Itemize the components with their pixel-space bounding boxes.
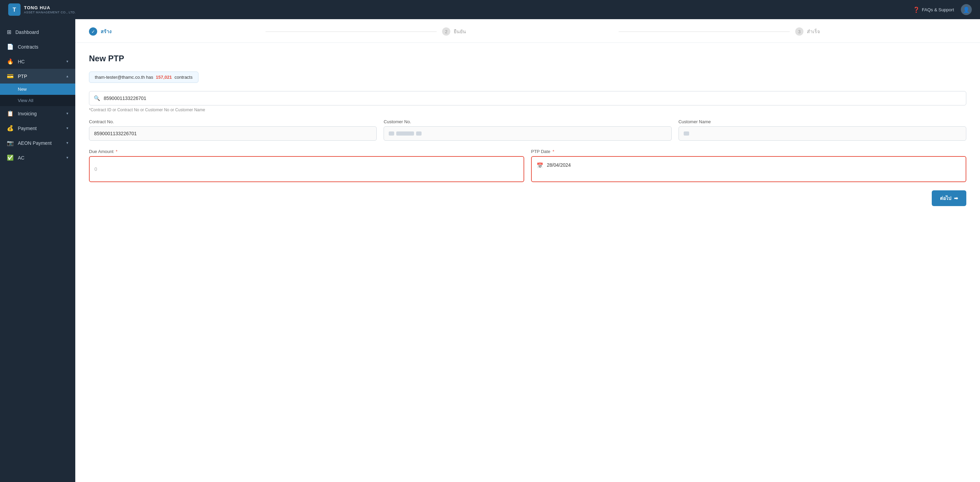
sidebar-item-label-dashboard: Dashboard [15,29,68,35]
sidebar: ⊞ Dashboard 📄 Contracts 🔥 HC ▾ 💳 PTP ▴ N… [0,19,75,482]
sidebar-item-ptp[interactable]: 💳 PTP ▴ [0,69,75,83]
ptp-submenu: New View All [0,83,75,106]
ptp-icon: 💳 [7,73,14,80]
step-label-create: สร้าง [100,28,111,35]
logo-text: TONG HUA [24,5,76,11]
contract-info-row: Contract No. 8590001133226701 Customer N… [89,119,966,141]
faq-label: FAQs & Support [922,7,954,12]
due-amount-input[interactable] [89,156,524,182]
customer-name-value [679,126,966,141]
arrow-right-icon: ➡ [954,195,958,201]
chevron-down-icon-pay: ▾ [66,126,68,131]
hc-icon: 🔥 [7,58,14,65]
customer-name-blocks [684,131,689,136]
contract-no-label: Contract No. [89,119,377,124]
chevron-up-icon: ▴ [66,74,68,78]
next-button-label: ต่อไป [940,195,951,202]
info-email: tham-tester@thamc.co.th [95,75,145,80]
logo-icon: T [8,3,21,16]
sidebar-item-label-payment: Payment [18,126,62,131]
step-create: ✓ สร้าง [89,27,260,36]
customer-no-blocks [389,131,422,136]
chevron-down-icon-ac: ▾ [66,155,68,160]
sidebar-item-aeon-payment[interactable]: 📷 AEON Payment ▾ [0,136,75,150]
step-confirm: 2 ยืนยัน [442,27,613,36]
action-row: ต่อไป ➡ [89,190,966,206]
step-circle-confirm: 2 [442,27,450,36]
sidebar-item-invoicing[interactable]: 📋 Invoicing ▾ [0,106,75,121]
sidebar-item-contracts[interactable]: 📄 Contracts [0,39,75,54]
sidebar-item-label-ac: AC [18,155,62,161]
sidebar-item-label-aeon: AEON Payment [18,140,62,146]
step-circle-done: 3 [795,27,803,36]
due-amount-label: Due Amount * [89,149,524,154]
chevron-down-icon-aeon: ▾ [66,141,68,145]
step-label-confirm: ยืนยัน [454,28,466,35]
main-content: ✓ สร้าง 2 ยืนยัน 3 สำเร็จ New PTP tham-t… [75,19,980,482]
ptp-date-label: PTP Date * [531,149,966,154]
sidebar-item-label-contracts: Contracts [18,44,68,49]
ptp-date-value[interactable]: 📅 28/04/2024 [531,156,966,182]
dashboard-icon: ⊞ [7,29,11,35]
ptp-date-required: * [553,149,554,154]
customer-name-label: Customer Name [679,119,966,124]
question-icon: ❓ [913,6,920,13]
step-label-done: สำเร็จ [807,28,820,35]
chevron-down-icon: ▾ [66,59,68,64]
faq-link[interactable]: ❓ FAQs & Support [913,6,954,13]
search-input[interactable] [89,91,966,105]
step-line-2 [619,32,790,32]
topnav: T TONG HUA ASSET MANAGEMENT CO., LTD. ❓ … [0,0,980,19]
sidebar-item-dashboard[interactable]: ⊞ Dashboard [0,25,75,39]
sidebar-sub-item-new[interactable]: New [0,83,75,95]
sidebar-item-ac[interactable]: ✅ AC ▾ [0,150,75,165]
payment-icon: 💰 [7,125,14,131]
next-button[interactable]: ต่อไป ➡ [932,190,966,206]
svg-text:T: T [13,7,16,13]
sidebar-item-payment[interactable]: 💰 Payment ▾ [0,121,75,136]
step-done: 3 สำเร็จ [795,27,966,36]
sidebar-item-label-ptp: PTP [18,73,62,79]
customer-no-group: Customer No. [383,119,671,141]
placeholder-block-2 [396,131,414,136]
customer-name-group: Customer Name [679,119,966,141]
logo[interactable]: T TONG HUA ASSET MANAGEMENT CO., LTD. [8,3,76,16]
topnav-right: ❓ FAQs & Support 👤 [913,4,972,15]
sidebar-sub-item-view-all[interactable]: View All [0,95,75,106]
sidebar-item-label-invoicing: Invoicing [18,111,62,117]
logo-subtext: ASSET MANAGEMENT CO., LTD. [24,11,76,14]
invoicing-icon: 📋 [7,110,14,117]
contract-no-value: 8590001133226701 [89,126,377,141]
step-line-1 [266,32,437,32]
ac-icon: ✅ [7,155,14,161]
calendar-icon: 📅 [536,162,543,169]
sidebar-sub-label-new: New [18,86,27,92]
aeon-payment-icon: 📷 [7,140,14,146]
stepper: ✓ สร้าง 2 ยืนยัน 3 สำเร็จ [75,19,980,43]
ptp-date-text: 28/04/2024 [547,162,571,168]
due-amount-group: Due Amount * [89,149,524,182]
info-count: 157,021 [156,75,172,80]
info-has-text: has [146,75,153,80]
page-title: New PTP [89,54,966,63]
step-circle-create: ✓ [89,27,97,36]
sidebar-item-label-hc: HC [18,59,62,64]
page-content: New PTP tham-tester@thamc.co.th has 157,… [75,43,980,217]
sidebar-sub-label-view-all: View All [18,98,33,103]
search-icon: 🔍 [94,95,100,101]
placeholder-block-1 [389,131,394,136]
contract-no-text: 8590001133226701 [94,131,137,136]
user-avatar[interactable]: 👤 [961,4,972,15]
customer-no-value [383,126,671,141]
search-container: 🔍 [89,91,966,105]
sidebar-item-hc[interactable]: 🔥 HC ▾ [0,54,75,69]
ptp-date-group: PTP Date * 📅 28/04/2024 [531,149,966,182]
highlighted-fields-row: Due Amount * PTP Date * 📅 28/04/2024 [89,149,966,182]
user-icon: 👤 [963,6,970,13]
info-banner: tham-tester@thamc.co.th has 157,021 cont… [89,72,199,83]
due-amount-required: * [116,149,118,154]
search-hint: *Contract ID or Contract No or Customer … [89,107,966,112]
info-suffix: contracts [175,75,192,80]
placeholder-block-name-1 [684,131,689,136]
contract-no-group: Contract No. 8590001133226701 [89,119,377,141]
